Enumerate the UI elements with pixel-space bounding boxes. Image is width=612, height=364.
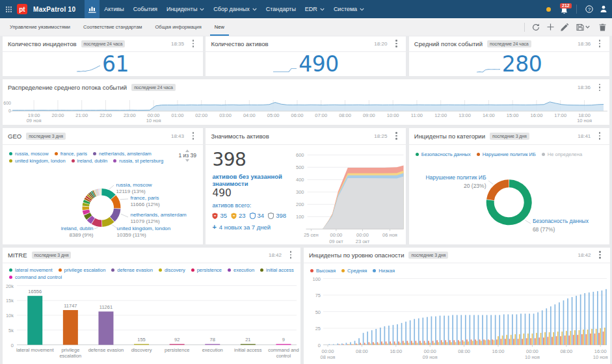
chart-text-label: 25 <box>315 326 321 332</box>
category-donut-slice[interactable] <box>486 179 509 200</box>
mitre-bar[interactable] <box>241 344 256 344</box>
widget-menu-button[interactable] <box>596 84 603 91</box>
widget-menu-button[interactable] <box>596 40 603 47</box>
chart-bar <box>357 344 358 344</box>
chart-bar <box>354 341 356 344</box>
chart-text-label: 0 <box>11 342 14 348</box>
kpi-body: 490 <box>206 52 406 75</box>
nav-item-3[interactable]: Инциденты <box>162 0 209 18</box>
help-icon: ? <box>585 5 593 13</box>
mitre-bar[interactable] <box>276 344 291 344</box>
chart-bar <box>488 339 489 344</box>
chart-bar <box>578 24 581 26</box>
donut-callout-label[interactable]: france, paris <box>131 195 159 201</box>
refresh-button[interactable] <box>529 20 543 34</box>
edit-button[interactable] <box>557 20 572 34</box>
user-menu-button[interactable] <box>598 0 609 18</box>
widget-menu-button[interactable] <box>190 40 196 47</box>
widget-asset-significance: Значимость активов 18:25 398 активов без… <box>206 128 406 244</box>
chart-bar <box>511 335 512 344</box>
period-badge: последние 24 часа <box>81 40 126 47</box>
chart-shape <box>200 8 204 10</box>
chart-bar <box>6 8 7 10</box>
chart-bar <box>572 297 573 344</box>
i <box>395 43 397 44</box>
chart-text-label: privilege <box>61 346 79 352</box>
chart-bar <box>339 344 340 344</box>
chart-text-label: execution <box>202 346 223 352</box>
nav-item-2[interactable]: События <box>129 0 162 18</box>
donut-callout-label[interactable]: united kingdom, london <box>117 226 171 231</box>
chart-text-label: 50 <box>315 309 321 315</box>
chart-shape <box>360 8 364 10</box>
chart-text-label: 15k <box>6 298 14 304</box>
donut-callout-label[interactable]: russia, moscow <box>116 181 152 187</box>
chart-text-label: escalation <box>59 352 81 358</box>
nav-item-1[interactable]: Активы <box>100 0 128 18</box>
chart-bar <box>403 341 404 344</box>
donut-callout-label[interactable]: Безопасность данных <box>533 218 589 224</box>
chart-bar <box>486 315 488 344</box>
chart-bar <box>379 343 380 344</box>
nav-item-6[interactable]: EDR <box>300 0 329 18</box>
chart-text-label: 21:00 <box>75 112 88 118</box>
mitre-bar[interactable] <box>63 310 78 344</box>
geo-donut-slice[interactable] <box>83 206 90 210</box>
chart-bar <box>434 343 435 344</box>
tab-3[interactable]: Общая информация <box>149 18 208 36</box>
chart-bar <box>494 340 495 344</box>
help-button[interactable]: ? <box>583 0 595 18</box>
chart-line <box>94 228 98 229</box>
chart-bar <box>375 329 377 344</box>
chart-group <box>6 6 12 12</box>
chart-text-label: 04:00 <box>243 112 256 118</box>
delete-button[interactable] <box>595 20 609 34</box>
chart-bar <box>451 342 452 344</box>
donut-callout-label[interactable]: Нарушение политик ИБ <box>425 174 486 181</box>
nav-item-4[interactable]: Сбор данных <box>209 0 261 18</box>
nav-item-5[interactable]: Стандарты <box>261 0 300 18</box>
tab-4[interactable]: New <box>208 18 231 36</box>
notifications-button[interactable]: 212 <box>557 0 571 18</box>
chart-bar <box>444 315 445 344</box>
donut-callout-value: 10359 (11%) <box>117 232 147 238</box>
nav-item-dashboards[interactable] <box>85 0 100 18</box>
donut-callout-label[interactable]: netherlands, amsterdam <box>131 212 187 218</box>
chart-bar <box>360 343 361 344</box>
whdr: Средний поток событий последние 24 часа … <box>409 36 610 52</box>
save-button[interactable] <box>573 20 592 34</box>
chart-bar <box>453 340 455 344</box>
i <box>395 40 397 41</box>
chart-bar <box>381 341 382 344</box>
tab-1[interactable]: Управление уязвимостями <box>3 18 77 36</box>
chart-bar <box>507 314 509 344</box>
add-widget-button[interactable] <box>543 20 557 34</box>
incidents-sparkline <box>77 64 100 73</box>
pt-logo[interactable]: pt <box>17 4 27 14</box>
chart-line <box>120 199 128 200</box>
donut-callout-label[interactable]: ireland, dublin <box>61 226 94 231</box>
widget-assets-count: Количество активов 18:20 490 <box>206 36 406 76</box>
tab-2[interactable]: Соответствие стандартам <box>77 18 148 36</box>
geo-donut-slice[interactable] <box>101 188 101 195</box>
mitre-bar[interactable] <box>27 296 42 344</box>
mitre-bar[interactable] <box>205 344 220 344</box>
chart-bar <box>425 343 427 344</box>
chart-bar <box>440 315 441 344</box>
chart-shape <box>585 26 589 28</box>
chart-bar <box>553 332 554 344</box>
app-grid-button[interactable] <box>0 0 17 18</box>
mitre-bar[interactable] <box>134 344 149 344</box>
chart-bar <box>462 340 464 344</box>
donut-callout-value: 11079 (12%) <box>131 218 161 224</box>
mitre-bar[interactable] <box>170 344 185 344</box>
chart-bar <box>584 292 585 344</box>
widget-menu-button[interactable] <box>393 40 399 47</box>
chart-text-label: 15:00 <box>507 112 519 118</box>
mitre-bar[interactable] <box>98 311 113 344</box>
nav-item-7[interactable]: Система <box>329 0 369 18</box>
chart-text-label: 22:00 <box>100 112 112 118</box>
chart-text-label: 08 ноя <box>321 354 336 359</box>
save-icon <box>576 23 584 31</box>
whdr: Распределение среднего потока событий по… <box>3 79 609 96</box>
